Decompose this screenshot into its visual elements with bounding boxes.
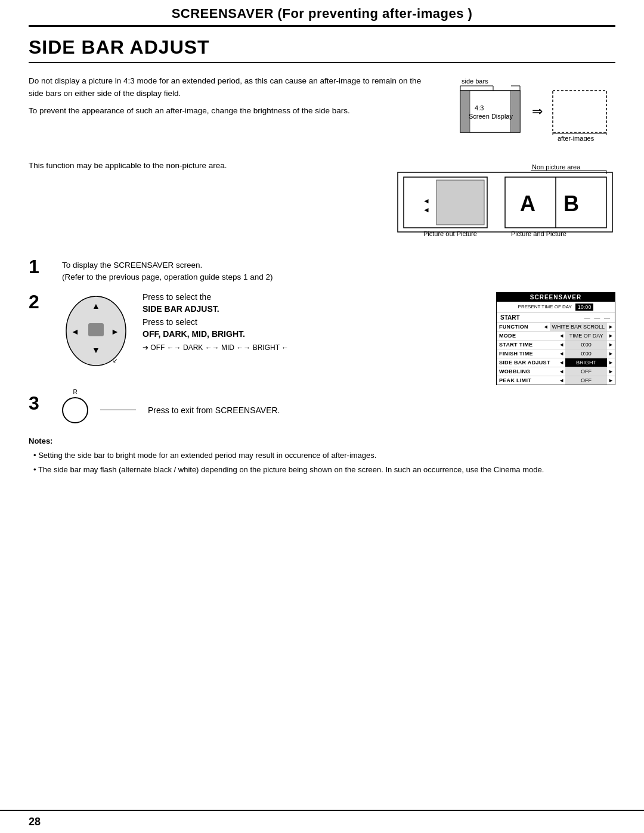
svg-text:◄: ◄ — [423, 206, 430, 214]
svg-rect-8 — [460, 91, 470, 132]
svg-text:►: ► — [111, 327, 119, 336]
r-superscript: R — [73, 389, 77, 395]
step2-content: ▲ ▼ ◄ ► ↙ Press to select the S — [62, 292, 615, 385]
step1-row: 1 To display the SCREENSAVER screen. (Re… — [29, 257, 615, 284]
page-header: SCREENSAVER (For preventing after-images… — [29, 0, 615, 27]
step1-text2: (Refer to the previous page, operation g… — [62, 271, 615, 283]
svg-text:◄: ◄ — [423, 197, 430, 205]
screensaver-panel: SCREENSAVER PRESENT TIME OF DAY 10:00 ST… — [496, 292, 615, 385]
svg-text:▼: ▼ — [92, 345, 100, 355]
step3-row: 3 R Press to exit from SCREENSAVER. — [29, 394, 615, 423]
diagram2-svg: Non picture area ◄ ◄ A B Pictur — [395, 157, 615, 241]
panel-time-value: 10:00 — [575, 304, 594, 311]
panel-row-0: FUNCTION ◄ WHITE BAR SCROLL ► — [497, 323, 615, 332]
step2-text: Press to select the SIDE BAR ADJUST. Pre… — [143, 292, 484, 354]
step3-number: 3 — [29, 394, 50, 413]
non-picture-text: This function may be applicable to the n… — [29, 157, 377, 172]
step3-text: Press to exit from SCREENSAVER. — [148, 405, 280, 415]
panel-start-label: START — [500, 314, 520, 321]
notes-title: Notes: — [29, 435, 615, 447]
svg-rect-13 — [553, 91, 606, 132]
svg-text:Screen Display: Screen Display — [469, 113, 513, 120]
svg-text:A: A — [520, 191, 535, 216]
panel-start-row: START — — — — [497, 313, 615, 323]
panel-dashes: — — — — [584, 314, 611, 321]
content-row1: Do not display a picture in 4:3 mode for… — [29, 75, 615, 141]
svg-rect-9 — [510, 91, 520, 132]
step3-line — [100, 410, 136, 410]
section-title: SIDE BAR ADJUST — [29, 36, 615, 58]
panel-row-6: PEAK LIMIT ◄ OFF ► — [497, 376, 615, 385]
step1-number: 1 — [29, 257, 50, 276]
panel-present-time-row: PRESENT TIME OF DAY 10:00 — [497, 302, 615, 313]
diagram2-wrapper: Non picture area ◄ ◄ A B Pictur — [395, 157, 615, 243]
header-title: SCREENSAVER (For preventing after-images… — [29, 6, 615, 21]
svg-text:after-images: after-images — [558, 135, 595, 141]
panel-present-label: PRESENT TIME OF DAY — [518, 304, 572, 309]
intro-p1: Do not display a picture in 4:3 mode for… — [29, 75, 431, 100]
diagram1-svg: side bars 4:3 Screen Display ⇒ — [448, 69, 615, 141]
step1-content: To display the SCREENSAVER screen. (Refe… — [62, 257, 615, 284]
page-number: 28 — [29, 816, 41, 828]
steps-section: 1 To display the SCREENSAVER screen. (Re… — [29, 257, 615, 423]
notes-section: Notes: • Setting the side bar to bright … — [29, 435, 615, 476]
step2-line2: SIDE BAR ADJUST. — [143, 304, 484, 314]
svg-text:↙: ↙ — [113, 357, 117, 364]
svg-text:B: B — [564, 191, 579, 216]
r-button-wrapper: R — [62, 397, 88, 423]
section-title-wrapper: SIDE BAR ADJUST — [29, 36, 615, 63]
svg-text:Non picture area: Non picture area — [532, 163, 581, 171]
panel-title: SCREENSAVER — [497, 293, 615, 302]
svg-text:▲: ▲ — [92, 301, 100, 311]
svg-text:◄: ◄ — [71, 327, 79, 336]
panel-row-4: SIDE BAR ADJUST ◄ BRIGHT ► — [497, 358, 615, 367]
intro-text: Do not display a picture in 4:3 mode for… — [29, 75, 431, 117]
svg-rect-37 — [88, 323, 104, 336]
panel-row-2: START TIME ◄ 0:00 ► — [497, 340, 615, 349]
content-row2: This function may be applicable to the n… — [29, 157, 615, 243]
panel-row-1: MODE ◄ TIME OF DAY ► — [497, 332, 615, 340]
remote-svg: ▲ ▼ ◄ ► ↙ — [62, 292, 131, 370]
off-dark-sequence: ➔ OFF ←→ DARK ←→ MID ←→ BRIGHT ← — [143, 343, 484, 352]
step3-content: R Press to exit from SCREENSAVER. — [62, 394, 615, 423]
svg-text:Picture out Picture: Picture out Picture — [423, 230, 477, 237]
step2-line4: OFF, DARK, MID, BRIGHT. — [143, 329, 484, 339]
svg-rect-23 — [436, 180, 484, 225]
r-circle-button[interactable] — [62, 397, 88, 423]
panel-row-5: WOBBLING ◄ OFF ► — [497, 367, 615, 376]
panel-row-3: FINISH TIME ◄ 0:00 ► — [497, 349, 615, 358]
step2-line3: Press to select — [143, 317, 484, 327]
svg-text:⇒: ⇒ — [532, 104, 543, 119]
non-picture-para: This function may be applicable to the n… — [29, 160, 377, 172]
notes-item-1: • The side bar may flash (alternate blac… — [33, 464, 615, 476]
step2-row: 2 ▲ ▼ ◄ ► ↙ — [29, 292, 615, 385]
notes-item-0: • Setting the side bar to bright mode fo… — [33, 450, 615, 462]
svg-text:4:3: 4:3 — [475, 104, 484, 112]
page-footer: 28 — [0, 810, 644, 833]
step2-line1: Press to select the — [143, 292, 484, 302]
diagram1-wrapper: side bars 4:3 Screen Display ⇒ — [448, 69, 615, 141]
step1-text1: To display the SCREENSAVER screen. — [62, 259, 615, 271]
step2-number: 2 — [29, 292, 50, 311]
svg-text:side bars: side bars — [462, 78, 488, 85]
intro-p2: To prevent the appearance of such an aft… — [29, 105, 431, 117]
svg-text:Picture and Picture: Picture and Picture — [511, 230, 566, 237]
